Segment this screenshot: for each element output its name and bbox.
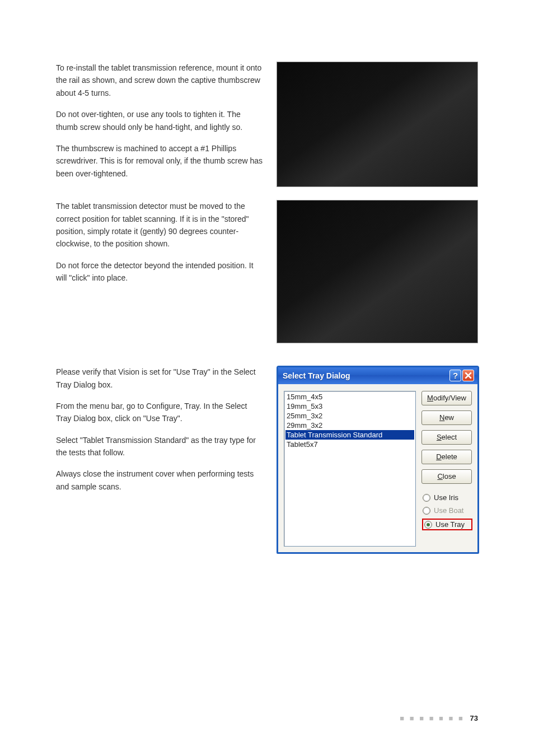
select-tray-dialog: Select Tray Dialog ? 15mm_4x519mm_5x325m… [277, 366, 479, 554]
footer-dots: ■ ■ ■ ■ ■ ■ ■ [400, 714, 465, 722]
help-icon: ? [453, 371, 458, 380]
list-item[interactable]: 19mm_5x3 [285, 402, 414, 411]
body-text: From the menu bar, go to Configure, Tray… [56, 400, 263, 425]
page-footer: ■ ■ ■ ■ ■ ■ ■ 73 [400, 714, 478, 722]
radio-icon [424, 521, 432, 529]
dialog-titlebar[interactable]: Select Tray Dialog ? [278, 367, 477, 384]
list-item[interactable]: Tablet Transmission Standard [285, 430, 414, 440]
body-text: To re-install the tablet transmission re… [56, 62, 263, 99]
body-text: The tablet transmission detector must be… [56, 200, 263, 250]
body-text: Do not over-tighten, or use any tools to… [56, 108, 263, 133]
close-button[interactable] [462, 370, 474, 381]
page-number: 73 [470, 714, 478, 722]
photo-thumbscrew [277, 62, 478, 187]
dialog-title: Select Tray Dialog [283, 371, 350, 380]
radio-icon [423, 494, 430, 502]
modify-view-button[interactable]: Modify/View [421, 391, 472, 405]
new-button[interactable]: New [421, 410, 472, 425]
list-item[interactable]: Tablet5x7 [285, 440, 414, 449]
body-text: Please verify that Vision is set for "Us… [56, 366, 263, 391]
close-action-button[interactable]: Close [421, 469, 472, 484]
list-item[interactable]: 25mm_3x2 [285, 411, 414, 421]
body-text: The thumbscrew is machined to accept a #… [56, 142, 263, 180]
radio-icon [423, 507, 430, 515]
delete-button[interactable]: Delete [421, 450, 472, 464]
body-text: Always close the instrument cover when p… [56, 468, 263, 493]
list-item[interactable]: 15mm_4x5 [285, 392, 414, 402]
list-item[interactable]: 29mm_3x2 [285, 421, 414, 430]
select-button[interactable]: Select [421, 430, 472, 445]
use-tray-radio[interactable]: Use Tray [423, 519, 472, 530]
body-text: Do not force the detector beyond the int… [56, 259, 263, 284]
help-button[interactable]: ? [449, 370, 461, 381]
tray-listbox[interactable]: 15mm_4x519mm_5x325mm_3x229mm_3x2Tablet T… [284, 391, 416, 547]
use-iris-radio[interactable]: Use Iris [423, 493, 472, 502]
use-boat-radio: Use Boat [423, 506, 472, 515]
photo-detector-position [277, 200, 478, 343]
body-text: Select "Tablet Transmission Standard" as… [56, 434, 263, 459]
close-icon [465, 372, 472, 379]
